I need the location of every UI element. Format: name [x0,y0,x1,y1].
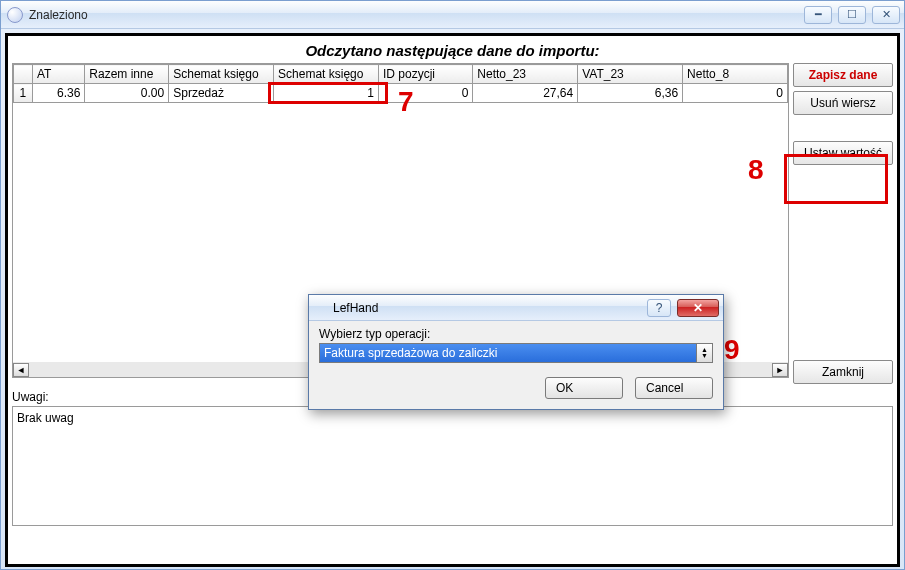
col-schemat-1[interactable]: Schemat księgo [169,65,274,84]
col-netto-23[interactable]: Netto_23 [473,65,578,84]
minimize-button[interactable]: ━ [804,6,832,24]
window-title: Znaleziono [29,8,88,22]
remarks-textarea[interactable]: Brak uwag [12,406,893,526]
cell-razem-inne[interactable]: 0.00 [85,84,169,103]
cell-schemat-1[interactable]: Sprzedaż [169,84,274,103]
delete-row-button[interactable]: Usuń wiersz [793,91,893,115]
save-button[interactable]: Zapisz dane [793,63,893,87]
set-value-button[interactable]: Ustaw wartość [793,141,893,165]
cell-netto-23[interactable]: 27,64 [473,84,578,103]
col-netto-8[interactable]: Netto_8 [683,65,788,84]
dialog-titlebar: LefHand ? ✕ [309,295,723,321]
dialog-close-button[interactable]: ✕ [677,299,719,317]
header-row: AT Razem inne Schemat księgo Schemat ksi… [14,65,788,84]
col-vat-23[interactable]: VAT_23 [578,65,683,84]
dialog-app-icon [313,301,327,315]
dialog-cancel-button[interactable]: Cancel [635,377,713,399]
dialog-label: Wybierz typ operacji: [319,327,713,341]
col-id-pozycji[interactable]: ID pozycji [378,65,472,84]
dialog-help-button[interactable]: ? [647,299,671,317]
cell-id-pozycji[interactable]: 0 [378,84,472,103]
cell-netto-8[interactable]: 0 [683,84,788,103]
operation-type-input[interactable] [320,344,696,362]
table-row[interactable]: 1 6.36 0.00 Sprzedaż 1 0 27,64 6,36 0 [14,84,788,103]
content-frame: Odczytano następujące dane do importu: A… [5,33,900,567]
remarks-text: Brak uwag [17,411,74,425]
dialog-ok-button[interactable]: OK [545,377,623,399]
close-panel-button[interactable]: Zamknij [793,360,893,384]
app-icon [7,7,23,23]
cell-schemat-2[interactable]: 1 [274,84,379,103]
operation-type-combo[interactable]: ▲▼ [319,343,713,363]
operation-type-dialog: LefHand ? ✕ Wybierz typ operacji: ▲▼ OK … [308,294,724,410]
page-heading: Odczytano następujące dane do importu: [12,40,893,63]
close-button[interactable]: ✕ [872,6,900,24]
row-number: 1 [14,84,33,103]
cell-at[interactable]: 6.36 [32,84,84,103]
cell-vat-23[interactable]: 6,36 [578,84,683,103]
dialog-title: LefHand [333,301,378,315]
maximize-button[interactable]: ☐ [838,6,866,24]
col-schemat-2[interactable]: Schemat księgo [274,65,379,84]
titlebar: Znaleziono ━ ☐ ✕ [1,1,904,29]
col-razem-inne[interactable]: Razem inne [85,65,169,84]
app-window: Znaleziono ━ ☐ ✕ Odczytano następujące d… [0,0,905,570]
combo-toggle-icon[interactable]: ▲▼ [696,344,712,362]
col-at[interactable]: AT [32,65,84,84]
